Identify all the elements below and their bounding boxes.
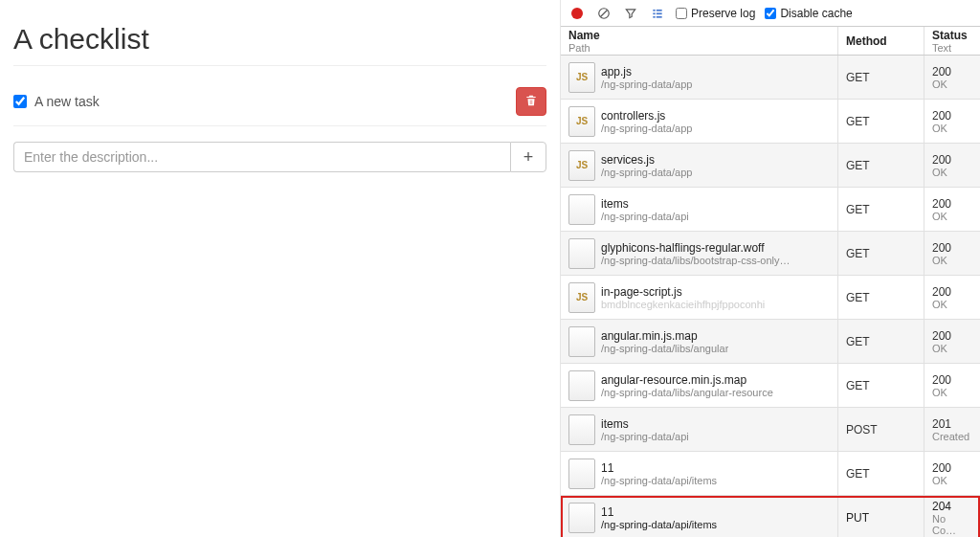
plus-icon: +: [523, 147, 534, 168]
name-text: angular.min.js.map/ng-spring-data/libs/a…: [601, 329, 728, 354]
request-name: 11: [601, 461, 717, 475]
network-row[interactable]: angular.min.js.map/ng-spring-data/libs/a…: [561, 320, 980, 364]
status-code: 201: [932, 417, 972, 431]
js-file-icon: [568, 62, 595, 93]
view-toggle-button[interactable]: [649, 5, 666, 22]
request-status: 200OK: [924, 320, 980, 363]
column-status-label: Status: [932, 29, 972, 42]
request-status: 200OK: [924, 364, 980, 407]
request-path: /ng-spring-data/app: [601, 123, 692, 134]
document-icon: [568, 370, 595, 401]
request-status: 200OK: [924, 276, 980, 319]
network-row[interactable]: 11/ng-spring-data/api/itemsGET200OK: [561, 452, 980, 496]
document-icon: [568, 459, 595, 489]
request-status: 200OK: [924, 188, 980, 231]
network-row[interactable]: controllers.js/ng-spring-data/appGET200O…: [561, 100, 980, 144]
status-code: 200: [932, 109, 972, 123]
network-rows: app.js/ng-spring-data/appGET200OKcontrol…: [561, 56, 980, 537]
disable-cache-toggle[interactable]: Disable cache: [765, 7, 852, 20]
cell-name: items/ng-spring-data/api: [561, 188, 838, 231]
request-method: PUT: [838, 496, 924, 537]
request-path: /ng-spring-data/api/items: [601, 475, 717, 486]
svg-rect-2: [653, 9, 655, 11]
request-name: app.js: [601, 65, 692, 78]
svg-line-1: [601, 10, 608, 16]
preserve-log-toggle[interactable]: Preserve log: [676, 7, 755, 20]
status-code: 200: [932, 329, 972, 343]
request-name: in-page-script.js: [601, 285, 765, 299]
name-text: in-page-script.jsbmdblncegkenkacieihfhpj…: [601, 285, 765, 310]
name-text: 11/ng-spring-data/api/items: [601, 461, 717, 486]
clear-icon: [597, 7, 611, 20]
task-row: A new task: [13, 81, 546, 126]
column-status[interactable]: Status Text: [924, 27, 980, 55]
description-input[interactable]: [13, 142, 510, 172]
column-name[interactable]: Name Path: [561, 27, 838, 55]
name-text: items/ng-spring-data/api: [601, 197, 689, 222]
task-checkbox[interactable]: [13, 95, 27, 108]
status-code: 200: [932, 241, 972, 255]
devtools-toolbar: Preserve log Disable cache: [561, 0, 980, 27]
request-status: 200OK: [924, 100, 980, 143]
preserve-log-checkbox[interactable]: [676, 8, 687, 19]
request-name: angular-resource.min.js.map: [601, 373, 773, 387]
network-row[interactable]: in-page-script.jsbmdblncegkenkacieihfhpj…: [561, 276, 980, 320]
network-row[interactable]: services.js/ng-spring-data/appGET200OK: [561, 144, 980, 188]
request-status: 204No Co…: [924, 496, 980, 537]
request-path: /ng-spring-data/api: [601, 211, 689, 222]
request-method: GET: [838, 56, 924, 99]
network-row[interactable]: items/ng-spring-data/apiPOST201Created: [561, 408, 980, 452]
clear-button[interactable]: [595, 5, 612, 22]
delete-button[interactable]: [516, 87, 546, 116]
request-name: controllers.js: [601, 109, 692, 123]
status-text: OK: [932, 299, 972, 310]
task-label[interactable]: A new task: [13, 94, 100, 109]
record-button[interactable]: [568, 5, 586, 22]
status-text: OK: [932, 167, 972, 178]
request-status: 200OK: [924, 232, 980, 275]
request-status: 201Created: [924, 408, 980, 451]
request-method: GET: [838, 276, 924, 319]
cell-name: 11/ng-spring-data/api/items: [561, 452, 838, 495]
document-icon: [568, 326, 595, 357]
request-path: /ng-spring-data/libs/bootstrap-css-only…: [601, 255, 790, 266]
status-text: OK: [932, 123, 972, 134]
request-path: /ng-spring-data/api/items: [601, 519, 717, 530]
status-text: Created: [932, 431, 972, 442]
request-method: GET: [838, 188, 924, 231]
list-icon: [651, 7, 664, 20]
add-button[interactable]: +: [510, 142, 546, 172]
js-file-icon: [568, 106, 595, 137]
name-text: glyphicons-halflings-regular.woff/ng-spr…: [601, 241, 790, 266]
request-status: 200OK: [924, 56, 980, 99]
app-pane: A checklist A new task +: [0, 0, 561, 537]
network-row[interactable]: glyphicons-halflings-regular.woff/ng-spr…: [561, 232, 980, 276]
status-text: OK: [932, 211, 972, 222]
network-row[interactable]: 11/ng-spring-data/api/itemsPUT204No Co…: [561, 496, 980, 537]
network-row[interactable]: app.js/ng-spring-data/appGET200OK: [561, 56, 980, 100]
svg-rect-4: [653, 12, 655, 14]
preserve-log-label: Preserve log: [691, 7, 755, 20]
request-name: items: [601, 417, 689, 431]
filter-icon: [624, 7, 637, 20]
status-code: 200: [932, 285, 972, 299]
cell-name: angular.min.js.map/ng-spring-data/libs/a…: [561, 320, 838, 363]
column-method-label: Method: [846, 34, 887, 48]
svg-rect-5: [657, 12, 662, 14]
status-text: No Co…: [932, 513, 972, 536]
request-status: 200OK: [924, 452, 980, 495]
status-code: 204: [932, 500, 972, 513]
cell-name: app.js/ng-spring-data/app: [561, 56, 838, 99]
column-method[interactable]: Method: [838, 27, 924, 55]
cell-name: 11/ng-spring-data/api/items: [561, 496, 838, 537]
network-row[interactable]: items/ng-spring-data/apiGET200OK: [561, 188, 980, 232]
js-file-icon: [568, 282, 595, 313]
network-row[interactable]: angular-resource.min.js.map/ng-spring-da…: [561, 364, 980, 408]
cell-name: items/ng-spring-data/api: [561, 408, 838, 451]
name-text: angular-resource.min.js.map/ng-spring-da…: [601, 373, 773, 398]
devtools-network-pane: Preserve log Disable cache Name Path Met…: [561, 0, 980, 537]
disable-cache-checkbox[interactable]: [765, 8, 776, 19]
request-path: /ng-spring-data/api: [601, 431, 689, 442]
request-method: GET: [838, 364, 924, 407]
filter-button[interactable]: [622, 5, 639, 22]
